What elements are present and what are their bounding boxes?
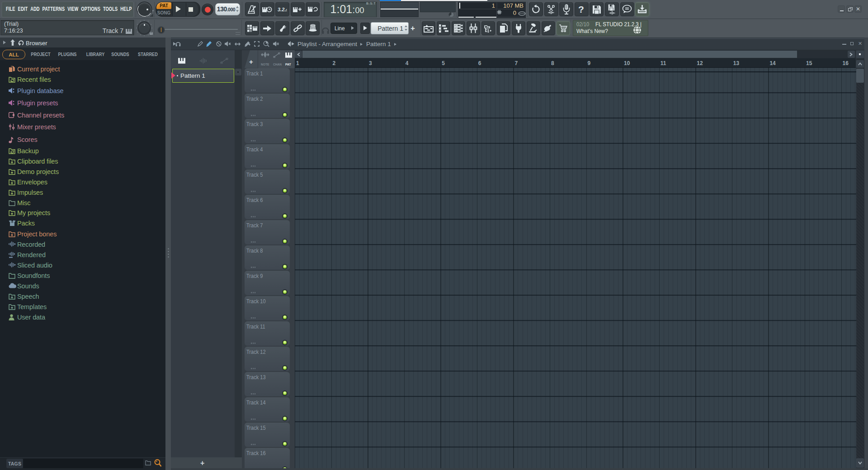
svg-text:1: 1 <box>285 8 287 12</box>
svg-text:?: ? <box>578 5 584 14</box>
svg-text:3.2.: 3.2. <box>278 7 286 12</box>
